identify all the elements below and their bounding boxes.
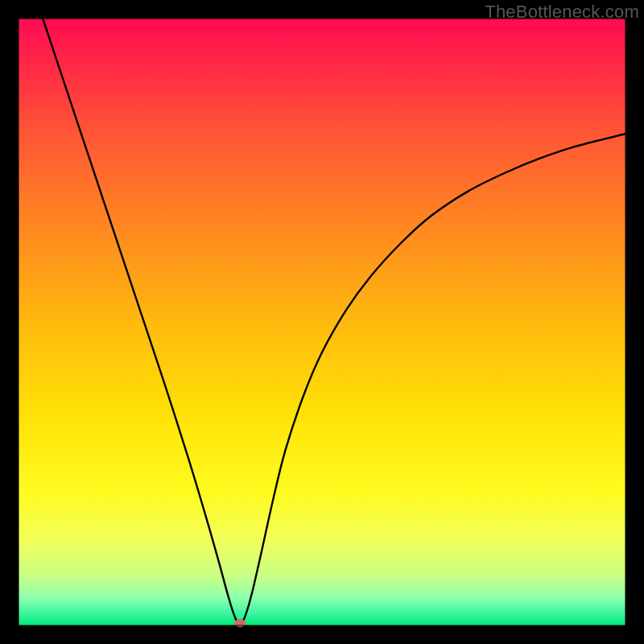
watermark-text: TheBottleneck.com [485,2,639,23]
plot-background [19,19,625,625]
bottleneck-chart [0,0,644,644]
chart-frame: TheBottleneck.com [0,0,644,644]
